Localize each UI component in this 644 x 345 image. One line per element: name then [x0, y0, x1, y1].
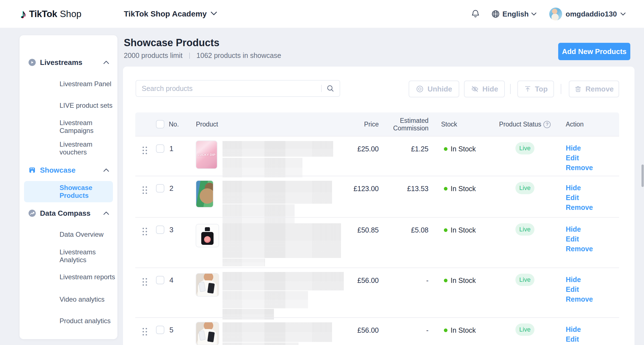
edit-link[interactable]: Edit — [566, 285, 593, 294]
drag-handle-icon[interactable] — [143, 328, 147, 335]
add-new-products-button[interactable]: Add New Products — [558, 43, 630, 60]
sidebar-section-showcase[interactable]: Showcase — [20, 163, 117, 178]
select-all-checkbox[interactable] — [156, 120, 164, 128]
perfume-graphic — [204, 236, 211, 243]
edit-link[interactable]: Edit — [566, 234, 593, 244]
column-header-action: Action — [566, 121, 584, 128]
workspace-label: TikTok Shop Academy — [124, 10, 207, 18]
sidebar-item-video-analytics[interactable]: Video analytics — [20, 292, 117, 307]
column-header-estimated-commission: Estimated Commission — [387, 117, 428, 132]
commission-cell: - — [387, 276, 428, 285]
remove-link[interactable]: Remove — [566, 163, 593, 173]
table-row: 5 £56.00 - In Stock Live — [135, 317, 619, 345]
sidebar-section-livestreams[interactable]: Livestreams — [20, 55, 117, 70]
row-checkbox[interactable] — [156, 226, 164, 234]
redacted-product-title — [222, 223, 341, 266]
remove-link[interactable]: Remove — [566, 203, 593, 212]
avatar — [549, 8, 562, 20]
sidebar-section-data-compass[interactable]: Data Compass — [20, 206, 117, 221]
move-to-top-button[interactable]: Top — [517, 81, 554, 97]
row-number: 3 — [169, 226, 173, 234]
remove-link[interactable]: Remove — [566, 244, 593, 254]
column-header-product-status: Product Status ? — [483, 121, 567, 128]
sidebar-item-livestream-vouchers[interactable]: Livestream vouchers — [20, 141, 117, 156]
drag-handle-icon[interactable] — [143, 186, 147, 194]
sidebar-item-showcase-products[interactable]: Showcase Products — [24, 181, 113, 202]
column-header-product: Product — [196, 121, 218, 128]
remove-button[interactable]: Remove — [569, 81, 619, 97]
language-selector[interactable]: English — [491, 10, 536, 18]
username: omgdaddio130 — [566, 10, 617, 18]
page-subtitle: 2000 products limit 1062 products in sho… — [124, 51, 281, 60]
commission-cell: £5.08 — [387, 226, 428, 234]
row-number: 5 — [169, 326, 173, 334]
sidebar-item-livestreams-analytics[interactable]: Livestreams Analytics — [20, 248, 117, 264]
stock-cell: In Stock — [444, 226, 476, 234]
price-cell: £50.85 — [337, 226, 379, 234]
sidebar-item-product-analytics[interactable]: Product analytics — [20, 313, 117, 328]
row-checkbox[interactable] — [156, 184, 164, 193]
sidebar-item-livestream-campaigns[interactable]: Livestream Campaigns — [20, 119, 117, 134]
sidebar-item-live-product-sets[interactable]: LIVE product sets — [20, 98, 117, 113]
hide-link[interactable]: Hide — [566, 325, 581, 334]
products-table: No. Product Price Estimated Commission S… — [135, 112, 619, 345]
commission-cell: £1.25 — [387, 145, 428, 153]
help-icon[interactable]: ? — [543, 121, 551, 128]
row-checkbox[interactable] — [156, 276, 164, 284]
status-cell: Live — [511, 142, 539, 154]
drag-handle-icon[interactable] — [143, 147, 147, 154]
status-cell: Live — [511, 323, 539, 336]
row-number: 1 — [169, 144, 173, 153]
phone-graphic — [207, 283, 215, 294]
search-icon[interactable] — [326, 84, 340, 93]
row-checkbox[interactable] — [156, 144, 164, 153]
tiktok-shop-seller-center: ♪ TikTok Shop TikTok Shop Academy Englis… — [0, 0, 644, 345]
search-input[interactable] — [136, 81, 321, 96]
chevron-down-icon — [531, 12, 536, 16]
sidebar-item-livestream-reports[interactable]: Livestream reports — [20, 269, 117, 285]
top-bar-right: English omgdaddio130 — [471, 0, 626, 28]
tiktok-shop-logo[interactable]: ♪ TikTok Shop — [20, 0, 81, 28]
row-checkbox[interactable] — [156, 326, 164, 334]
page-title: Showcase Products — [124, 37, 219, 49]
hide-link[interactable]: Hide — [566, 224, 593, 234]
remove-link[interactable]: Remove — [566, 294, 593, 304]
live-status-badge: Live — [515, 142, 534, 154]
notifications-bell-icon[interactable] — [471, 9, 480, 19]
in-stock-dot — [444, 187, 448, 191]
drag-handle-icon[interactable] — [143, 228, 147, 235]
chevron-up-icon — [103, 168, 109, 172]
sidebar-item-data-overview[interactable]: Data Overview — [20, 227, 117, 242]
table-row: 1 LUCKY DIP £25.00 £1.25 In Stock Live — [135, 136, 619, 176]
hide-link[interactable]: Hide — [566, 183, 593, 193]
hide-button[interactable]: Hide — [464, 81, 505, 97]
account-menu[interactable]: omgdaddio130 — [549, 8, 626, 20]
stock-cell: In Stock — [444, 326, 476, 334]
table-row: 2 £123.00 £13.53 In Stock Live Hide Edi — [135, 176, 619, 217]
logo-text-shop: Shop — [60, 9, 81, 19]
content-card: Unhide Hide Top Remove No. — [123, 67, 634, 345]
toolbar-divider — [510, 84, 511, 94]
scrollbar-thumb[interactable] — [641, 165, 644, 187]
row-number: 4 — [169, 276, 173, 285]
stock-cell: In Stock — [444, 145, 476, 153]
redacted-product-title — [222, 272, 344, 320]
table-row: 4 £56.00 - In Stock — [135, 267, 619, 317]
products-limit-text: 2000 products limit — [124, 51, 183, 60]
language-label: English — [503, 10, 529, 18]
trash-icon — [574, 85, 582, 93]
hide-link[interactable]: Hide — [566, 275, 593, 285]
edit-link[interactable]: Edit — [566, 193, 593, 203]
stock-cell: In Stock — [444, 276, 476, 285]
chevron-up-icon — [103, 212, 109, 215]
top-bar: ♪ TikTok Shop TikTok Shop Academy Englis… — [0, 0, 644, 28]
play-circle-icon — [28, 58, 36, 66]
edit-link[interactable]: Edit — [566, 334, 581, 344]
edit-link[interactable]: Edit — [566, 153, 593, 163]
sidebar-item-livestream-panel[interactable]: Livestream Panel — [20, 76, 117, 91]
unhide-button[interactable]: Unhide — [409, 81, 459, 97]
tiktok-note-icon: ♪ — [20, 8, 26, 20]
hide-link[interactable]: Hide — [566, 143, 593, 153]
drag-handle-icon[interactable] — [143, 278, 147, 286]
workspace-switcher[interactable]: TikTok Shop Academy — [124, 0, 217, 28]
